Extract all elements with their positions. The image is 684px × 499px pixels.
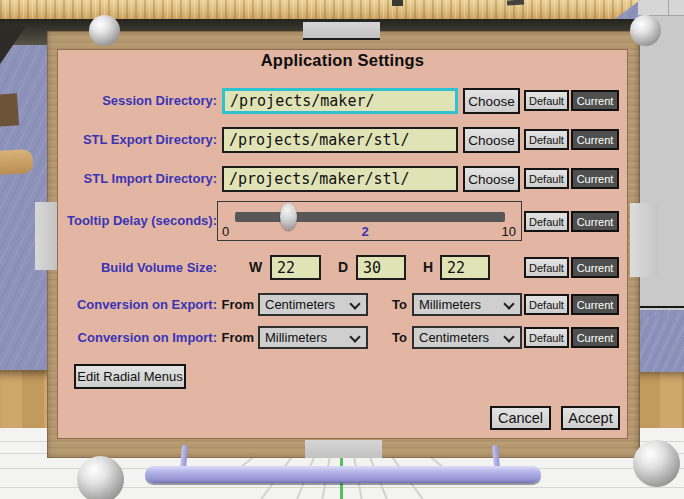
- chevron-down-icon: [503, 331, 514, 342]
- export-to-select[interactable]: Millimeters: [412, 293, 522, 316]
- import-to-label: To: [383, 326, 407, 349]
- right-wall-black-line: [636, 306, 684, 308]
- session-directory-input[interactable]: [222, 88, 458, 114]
- tooltip-default-button[interactable]: Default: [524, 211, 569, 232]
- frame-right-handle[interactable]: [630, 203, 658, 277]
- accept-button[interactable]: Accept: [561, 406, 620, 430]
- import-from-select[interactable]: Millimeters: [258, 326, 368, 349]
- stl-export-choose-button[interactable]: Choose: [463, 127, 520, 153]
- export-from-select[interactable]: Centimeters: [258, 293, 368, 316]
- import-default-button[interactable]: Default: [524, 327, 569, 348]
- stl-import-default-button[interactable]: Default: [524, 168, 569, 189]
- build-current-button[interactable]: Current: [571, 257, 619, 278]
- build-height-input[interactable]: [440, 255, 490, 280]
- chevron-down-icon: [349, 298, 360, 309]
- export-to-value: Millimeters: [419, 297, 481, 312]
- import-from-label: From: [218, 326, 254, 349]
- page-title: Application Settings: [58, 51, 627, 73]
- chevron-down-icon: [503, 298, 514, 309]
- stl-export-default-button[interactable]: Default: [524, 129, 569, 150]
- export-default-button[interactable]: Default: [524, 294, 569, 315]
- stand-bar: [145, 466, 541, 483]
- height-axis-label: H: [423, 255, 433, 280]
- session-current-button[interactable]: Current: [571, 90, 619, 111]
- export-from-value: Centimeters: [265, 297, 335, 312]
- shelf-object: [392, 0, 403, 6]
- stl-export-directory-label: STL Export Directory:: [58, 127, 217, 153]
- session-choose-button[interactable]: Choose: [463, 88, 520, 114]
- import-to-select[interactable]: Centimeters: [412, 326, 522, 349]
- depth-axis-label: D: [338, 255, 348, 280]
- corner-sphere-handle[interactable]: [77, 456, 124, 499]
- slider-max-label: 10: [496, 224, 516, 239]
- corner-sphere-handle[interactable]: [633, 440, 680, 487]
- session-default-button[interactable]: Default: [524, 90, 569, 111]
- export-current-button[interactable]: Current: [571, 294, 619, 315]
- build-width-input[interactable]: [270, 255, 321, 280]
- width-axis-label: W: [249, 255, 262, 280]
- right-wall-top-band: [638, 0, 684, 16]
- export-to-label: To: [383, 293, 407, 316]
- stl-import-choose-button[interactable]: Choose: [463, 166, 520, 192]
- export-from-label: From: [218, 293, 254, 316]
- app-window: Application Settings Session Directory: …: [0, 0, 684, 499]
- frame-left-handle[interactable]: [35, 202, 57, 270]
- slider-thumb[interactable]: [280, 203, 297, 230]
- conversion-export-label: Conversion on Export:: [58, 293, 217, 316]
- right-wall-blue-section: [638, 316, 684, 372]
- slider-min-label: 0: [222, 224, 229, 239]
- import-current-button[interactable]: Current: [571, 327, 619, 348]
- cancel-button[interactable]: Cancel: [490, 406, 551, 430]
- corner-sphere-handle[interactable]: [89, 15, 120, 46]
- stl-import-directory-label: STL Import Directory:: [58, 166, 217, 192]
- build-default-button[interactable]: Default: [524, 257, 569, 278]
- wall-shelf-bracket: [0, 149, 34, 175]
- stl-export-directory-input[interactable]: [222, 127, 458, 153]
- wall-bracket: [0, 93, 19, 126]
- tooltip-current-button[interactable]: Current: [571, 211, 619, 232]
- conversion-import-label: Conversion on Import:: [58, 326, 217, 349]
- session-directory-label: Session Directory:: [58, 88, 217, 114]
- stl-import-current-button[interactable]: Current: [571, 168, 619, 189]
- tooltip-delay-label: Tooltip Delay (seconds):: [58, 201, 217, 241]
- slider-value-label: 2: [352, 224, 378, 239]
- frame-bottom-handle[interactable]: [305, 440, 382, 458]
- corner-sphere-handle[interactable]: [630, 15, 661, 46]
- chevron-down-icon: [349, 331, 360, 342]
- import-to-value: Centimeters: [419, 330, 489, 345]
- build-depth-input[interactable]: [356, 255, 406, 280]
- slider-track[interactable]: [235, 212, 505, 222]
- stl-export-current-button[interactable]: Current: [571, 129, 619, 150]
- stl-import-directory-input[interactable]: [222, 166, 458, 192]
- right-wall-edge-line: [668, 0, 669, 16]
- frame-top-handle[interactable]: [303, 22, 380, 40]
- edit-radial-menus-button[interactable]: Edit Radial Menus: [74, 364, 186, 389]
- build-volume-label: Build Volume Size:: [58, 255, 217, 280]
- import-from-value: Millimeters: [265, 330, 327, 345]
